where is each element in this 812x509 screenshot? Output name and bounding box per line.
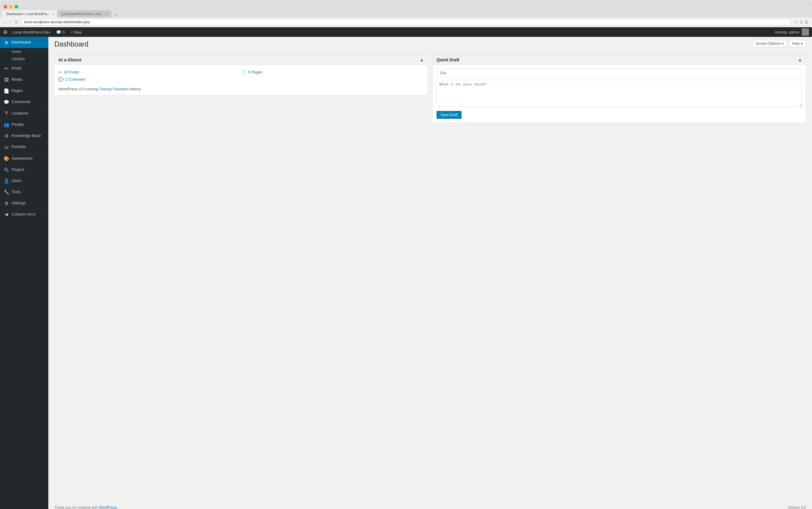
sidebar-item-home[interactable]: Home — [0, 48, 48, 55]
sidebar-item-portfolio[interactable]: 🗂 Portfolio — [0, 141, 48, 152]
adminbar-comment-count: 0 — [62, 30, 64, 34]
info-icon[interactable]: ℹ — [801, 20, 802, 25]
browser-toolbar-icons: ☆ ℹ ☰ — [793, 20, 810, 25]
sidebar-item-locations[interactable]: 📍 Locations — [0, 109, 48, 119]
dashboard-panels: At a Glance ▲ ✏ 10 Posts 📄 5 Pages — [48, 49, 812, 502]
footer-wordpress-link[interactable]: WordPress — [99, 505, 117, 509]
comments-stat-icon: 💬 — [58, 77, 64, 82]
browser-addressbar: ‹ › ↻ ☆ ℹ ☰ — [0, 18, 812, 27]
sidebar-portfolio-label: Portfolio — [11, 144, 26, 149]
page-title: Dashboard — [54, 40, 88, 49]
adminbar-howdy: Howdy, admin — [775, 30, 799, 34]
footer-text: Thank you for creating with WordPress. — [54, 505, 118, 509]
settings-icon: ⚙ — [4, 200, 9, 206]
maximize-button[interactable] — [14, 5, 18, 8]
quick-draft-content-input[interactable] — [437, 80, 802, 107]
posts-stat-link[interactable]: 10 Posts — [64, 70, 79, 74]
page-header-actions: Screen Options ▾ Help ▾ — [752, 40, 806, 47]
sidebar-item-users[interactable]: 👤 Users — [0, 175, 48, 186]
screen-options-button[interactable]: Screen Options ▾ — [752, 40, 787, 47]
sidebar-item-plugins[interactable]: 🔌 Plugins — [0, 164, 48, 175]
pages-stat-link[interactable]: 5 Pages — [248, 70, 262, 74]
tab-label-2: Local WordPress Dev | Jus... — [61, 12, 104, 16]
at-a-glance-wp-text: WordPress 4.0 running — [58, 87, 99, 91]
browser-tab-2[interactable]: Local WordPress Dev | Jus... ✕ — [58, 10, 111, 18]
left-panel-col: At a Glance ▲ ✏ 10 Posts 📄 5 Pages — [54, 54, 428, 497]
help-button[interactable]: Help ▾ — [789, 40, 806, 47]
sidebar-people-label: People — [11, 122, 24, 127]
tab-close-icon-2[interactable]: ✕ — [105, 12, 108, 16]
sidebar-item-updates[interactable]: Updates — [0, 55, 48, 63]
sidebar-menu: ⊕ Dashboard Home Updates ✏ Posts 🖼 Media… — [0, 37, 48, 219]
posts-icon: ✏ — [4, 65, 9, 72]
sidebar-item-settings[interactable]: ⚙ Settings — [0, 198, 48, 209]
save-draft-button[interactable]: Save Draft — [437, 111, 462, 119]
people-icon: 👥 — [4, 122, 9, 128]
browser-chrome: Dashboard • Local WordPre... ✕ Local Wor… — [0, 0, 812, 27]
close-button[interactable] — [4, 5, 7, 8]
sidebar-item-dashboard[interactable]: ⊕ Dashboard — [0, 37, 48, 48]
quick-draft-body: Save Draft — [433, 65, 806, 123]
comments-stat: 💬 1 Comment — [58, 76, 241, 83]
minimize-button[interactable] — [9, 5, 13, 8]
browser-tab-active[interactable]: Dashboard • Local WordPre... ✕ — [2, 10, 57, 18]
comments-stat-link[interactable]: 1 Comment — [65, 77, 85, 81]
at-a-glance-header: At a Glance ▲ — [55, 55, 428, 65]
sidebar-item-people[interactable]: 👥 People — [0, 119, 48, 130]
back-button[interactable]: ‹ — [2, 19, 6, 25]
quick-draft-title: Quick Draft — [437, 58, 459, 62]
sidebar-plugins-label: Plugins — [11, 167, 25, 172]
refresh-button[interactable]: ↻ — [13, 19, 20, 25]
new-tab-button[interactable]: + — [112, 12, 118, 18]
at-a-glance-title: At a Glance — [58, 58, 81, 62]
pages-icon: 📄 — [4, 88, 9, 94]
quick-draft-header: Quick Draft ▲ — [433, 55, 806, 65]
adminbar-site-name[interactable]: Local WordPress Dev — [10, 27, 52, 37]
footer-thank-you: Thank you for creating with — [54, 505, 99, 509]
footer-version: Version 4.0 — [788, 505, 806, 509]
locations-icon: 📍 — [4, 110, 9, 117]
adminbar-items: Local WordPress Dev 💬 0 + New — [10, 27, 775, 37]
wp-logo[interactable]: ⊕ — [3, 29, 7, 35]
theme-link[interactable]: Twenty Fourteen — [99, 87, 129, 91]
right-panel-col: Quick Draft ▲ Save Draft — [433, 54, 806, 497]
quick-draft-toggle[interactable]: ▲ — [798, 58, 802, 62]
menu-icon[interactable]: ☰ — [805, 20, 808, 25]
sidebar-collapse[interactable]: ◀ Collapse menu — [0, 209, 48, 219]
tools-icon: 🔧 — [4, 189, 9, 195]
star-icon[interactable]: ☆ — [794, 20, 798, 25]
sidebar-item-tools[interactable]: 🔧 Tools — [0, 186, 48, 198]
comments-icon: 💬 — [4, 99, 9, 105]
adminbar-new[interactable]: + New — [68, 27, 84, 37]
sidebar-item-appearance[interactable]: 🎨 Appearance — [0, 154, 48, 164]
traffic-lights — [0, 2, 812, 10]
sidebar-comments-label: Comments — [11, 99, 31, 105]
sidebar-dashboard-label: Dashboard — [11, 40, 31, 45]
sidebar-item-posts[interactable]: ✏ Posts — [0, 64, 48, 74]
portfolio-icon: 🗂 — [4, 144, 9, 150]
at-a-glance-toggle[interactable]: ▲ — [419, 58, 424, 62]
wp-content: Dashboard Screen Options ▾ Help ▾ At a G… — [48, 37, 812, 509]
tab-close-icon[interactable]: ✕ — [52, 12, 54, 16]
sidebar-home-label: Home — [11, 49, 21, 54]
quick-draft-title-input[interactable] — [437, 69, 802, 77]
sidebar-item-media[interactable]: 🖼 Media — [0, 74, 48, 85]
footer-period: . — [117, 505, 118, 509]
url-bar[interactable] — [22, 19, 791, 25]
forward-button[interactable]: › — [8, 19, 12, 25]
adminbar-new-label: + New — [71, 30, 82, 34]
theme-suffix: theme. — [129, 87, 142, 91]
adminbar-site-label: Local WordPress Dev — [12, 30, 50, 34]
sidebar-collapse-label: Collapse menu — [11, 212, 36, 216]
sidebar-users-label: Users — [11, 178, 22, 183]
sidebar-item-comments[interactable]: 💬 Comments — [0, 96, 48, 108]
sidebar-knowledge-base-label: Knowledge Base — [11, 133, 41, 138]
media-icon: 🖼 — [4, 76, 9, 83]
posts-stat: ✏ 10 Posts — [58, 69, 241, 76]
wp-sidebar: ⊕ Dashboard Home Updates ✏ Posts 🖼 Media… — [0, 37, 48, 509]
sidebar-item-knowledge-base[interactable]: ⚙ Knowledge Base — [0, 130, 48, 141]
browser-tabs: Dashboard • Local WordPre... ✕ Local Wor… — [0, 10, 812, 18]
sidebar-item-pages[interactable]: 📄 Pages — [0, 85, 48, 96]
wp-main: ⊕ Dashboard Home Updates ✏ Posts 🖼 Media… — [0, 37, 812, 509]
adminbar-comments[interactable]: 💬 0 — [54, 27, 67, 37]
